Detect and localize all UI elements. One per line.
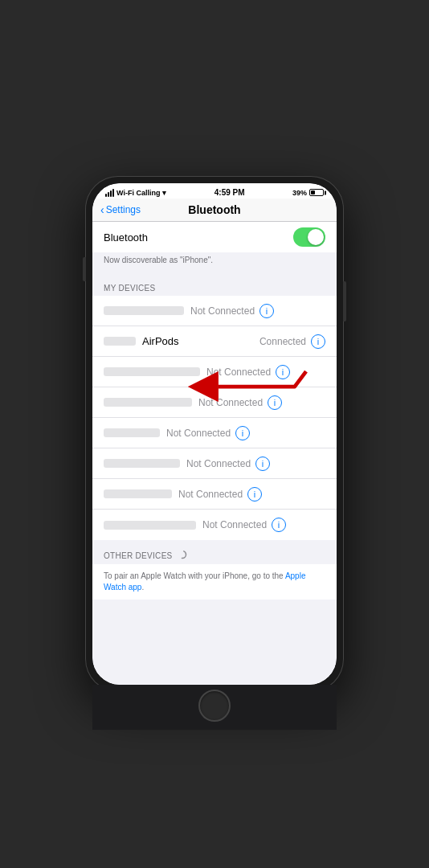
device-thumb-blur	[104, 367, 200, 376]
other-devices-text: To pair an Apple Watch with your iPhone,…	[92, 564, 337, 600]
airpods-thumb-blur	[104, 337, 136, 346]
info-icon: i	[317, 337, 319, 346]
back-button[interactable]: ‹ Settings	[100, 204, 141, 215]
device-row: Not Connected i	[92, 418, 337, 448]
battery-percent: 39%	[292, 189, 307, 197]
device-thumb-blur	[104, 489, 172, 498]
info-button[interactable]: i	[268, 395, 282, 410]
airpods-info-button[interactable]: i	[311, 334, 325, 349]
airpods-label: AirPods	[142, 335, 179, 347]
device-thumb-blur	[104, 428, 160, 437]
battery-icon	[309, 189, 324, 196]
info-button[interactable]: i	[255, 457, 270, 471]
info-icon: i	[274, 398, 276, 407]
info-button[interactable]: i	[247, 487, 262, 502]
device-row: Not Connected i	[92, 357, 337, 387]
status-time: 4:59 PM	[214, 188, 245, 197]
device-row: Not Connected i	[92, 296, 337, 326]
info-icon: i	[254, 489, 255, 499]
info-button[interactable]: i	[272, 518, 286, 532]
device-status: Not Connected	[206, 366, 271, 378]
info-button[interactable]: i	[276, 365, 290, 379]
carrier-label: Wi-Fi Calling	[116, 189, 160, 197]
device-status: Not Connected	[178, 489, 243, 500]
phone-frame: Wi-Fi Calling ▾ 4:59 PM 39% ‹ Settings B…	[86, 177, 343, 691]
device-thumb-blur	[104, 398, 192, 407]
other-text-prefix: To pair an Apple Watch with your iPhone,…	[104, 571, 285, 580]
status-left: Wi-Fi Calling ▾	[105, 189, 166, 197]
bluetooth-toggle[interactable]	[293, 227, 325, 247]
bluetooth-toggle-row: Bluetooth	[92, 222, 337, 252]
battery-fill	[311, 190, 315, 194]
airpods-status: Connected	[259, 336, 306, 347]
wifi-icon: ▾	[162, 189, 166, 197]
bluetooth-section: Bluetooth	[92, 222, 337, 252]
back-label: Settings	[106, 204, 141, 215]
info-button[interactable]: i	[235, 426, 250, 440]
screen: Wi-Fi Calling ▾ 4:59 PM 39% ‹ Settings B…	[92, 183, 337, 685]
device-row: Not Connected i	[92, 448, 337, 479]
bluetooth-label: Bluetooth	[104, 231, 293, 244]
my-devices-header: MY DEVICES	[92, 272, 337, 296]
device-status: Not Connected	[186, 458, 251, 469]
svg-point-0	[178, 551, 186, 559]
back-chevron-icon: ‹	[100, 204, 104, 215]
info-icon: i	[282, 367, 284, 377]
home-button-area	[92, 685, 337, 730]
other-text-suffix: .	[141, 583, 144, 592]
device-status: Not Connected	[198, 397, 263, 408]
discoverable-text: Now discoverable as "iPhone".	[92, 252, 337, 272]
device-row: Not Connected i	[92, 387, 337, 418]
nav-bar: ‹ Settings Bluetooth	[92, 199, 337, 222]
device-thumb-blur	[104, 521, 196, 530]
my-devices-list: Not Connected i AirPods Connected i	[92, 296, 337, 540]
info-icon: i	[278, 520, 280, 530]
device-thumb-blur	[104, 459, 180, 468]
other-devices-label: OTHER DEVICES	[104, 551, 173, 560]
device-status: Not Connected	[202, 519, 267, 530]
loading-spinner-icon	[178, 550, 187, 561]
device-thumb-blur	[104, 306, 184, 315]
content-area: Bluetooth Now discoverable as "iPhone". …	[92, 222, 337, 685]
airpods-row: AirPods Connected i	[92, 326, 337, 357]
page-title: Bluetooth	[188, 203, 240, 216]
info-button[interactable]: i	[259, 304, 274, 318]
phone-inner: Wi-Fi Calling ▾ 4:59 PM 39% ‹ Settings B…	[92, 183, 337, 685]
status-bar: Wi-Fi Calling ▾ 4:59 PM 39%	[92, 183, 337, 199]
home-button[interactable]	[198, 690, 231, 722]
other-devices-header: OTHER DEVICES	[92, 540, 337, 564]
device-row: Not Connected i	[92, 479, 337, 510]
info-icon: i	[262, 459, 264, 469]
device-row: Not Connected i	[92, 510, 337, 540]
info-icon: i	[242, 428, 243, 438]
status-right: 39%	[292, 189, 324, 197]
device-status: Not Connected	[190, 305, 255, 317]
signal-bars	[105, 189, 114, 197]
info-icon: i	[266, 306, 268, 316]
device-status: Not Connected	[166, 428, 231, 439]
